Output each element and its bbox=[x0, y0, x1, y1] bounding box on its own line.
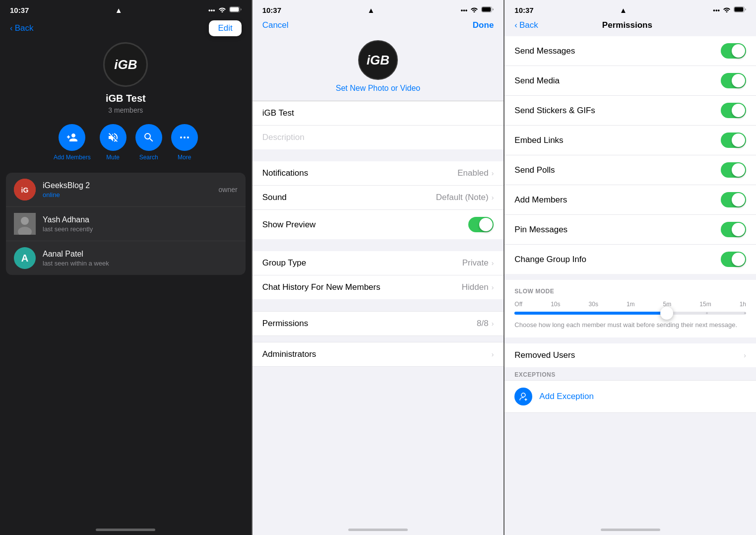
slow-mode-slider[interactable] bbox=[514, 312, 746, 315]
add-exception-row[interactable]: Add Exception bbox=[504, 380, 756, 413]
spacer-2b bbox=[252, 245, 504, 251]
tick-10s: 10s bbox=[551, 301, 560, 308]
group-type-row[interactable]: Group Type Private › bbox=[252, 251, 504, 275]
dot-4 bbox=[630, 312, 631, 314]
set-photo-button[interactable]: Set New Photo or Video bbox=[252, 80, 504, 101]
notifications-row[interactable]: Notifications Enabled › bbox=[252, 161, 504, 186]
permissions-list: Send Messages ✓ Send Media ✓ Send Sticke… bbox=[504, 36, 756, 274]
chevron-removed: › bbox=[744, 351, 746, 359]
chevron-left-icon-3: ‹ bbox=[514, 20, 517, 30]
edit-button[interactable]: Edit bbox=[209, 20, 241, 36]
thumb-send-stickers bbox=[732, 104, 745, 117]
description-field[interactable]: Description bbox=[252, 126, 504, 149]
add-members-label: Add Members bbox=[54, 154, 91, 161]
thumb-send-polls bbox=[732, 163, 745, 177]
group-avatar-text-2: iGB bbox=[367, 53, 389, 68]
perm-send-messages[interactable]: Send Messages ✓ bbox=[504, 36, 756, 66]
perm-label-send-media: Send Media bbox=[514, 76, 560, 86]
back-button-1[interactable]: ‹ Back bbox=[10, 23, 33, 33]
done-button[interactable]: Done bbox=[473, 20, 494, 30]
toggle-pin-messages[interactable]: ✓ bbox=[721, 222, 746, 237]
perm-embed-links[interactable]: Embed Links ✓ bbox=[504, 126, 756, 155]
perm-add-members[interactable]: Add Members ✓ bbox=[504, 185, 756, 215]
toggle-send-polls[interactable]: ✓ bbox=[721, 162, 746, 178]
search-action[interactable]: Search bbox=[135, 124, 162, 161]
toggle-send-stickers[interactable]: ✓ bbox=[721, 103, 746, 118]
member-item-2[interactable]: Yash Adhana last seen recently bbox=[6, 207, 246, 241]
chat-history-value: Hidden › bbox=[462, 282, 494, 292]
member-item-1[interactable]: iG iGeeksBlog 2 online owner bbox=[6, 173, 246, 207]
chevron-left-icon-1: ‹ bbox=[10, 23, 13, 33]
member-item-3[interactable]: A Aanal Patel last seen within a week bbox=[6, 241, 246, 275]
toggle-send-media[interactable]: ✓ bbox=[721, 73, 746, 88]
group-name-field[interactable]: iGB Test bbox=[252, 101, 504, 126]
add-members-action[interactable]: Add Members bbox=[54, 124, 91, 161]
chat-history-row[interactable]: Chat History For New Members Hidden › bbox=[252, 275, 504, 299]
thumb-add-members bbox=[732, 193, 745, 206]
avatar-member-1: iG bbox=[14, 179, 36, 201]
perm-send-stickers[interactable]: Send Stickers & GIFs ✓ bbox=[504, 96, 756, 126]
signal-icon-1: ••• bbox=[208, 6, 215, 14]
owner-badge: owner bbox=[219, 186, 238, 194]
svg-rect-11 bbox=[482, 7, 491, 12]
perm-label-change-group-info: Change Group Info bbox=[514, 255, 586, 265]
administrators-row[interactable]: Administrators › bbox=[252, 342, 504, 366]
slider-thumb[interactable] bbox=[660, 307, 673, 320]
permissions-row[interactable]: Permissions 8/8 › bbox=[252, 312, 504, 335]
chevron-permissions: › bbox=[492, 320, 494, 328]
location-icon-2: ▲ bbox=[367, 6, 375, 14]
member-info-2: Yash Adhana last seen recently bbox=[43, 215, 238, 233]
wifi-icon-2 bbox=[470, 6, 478, 14]
perm-send-polls[interactable]: Send Polls ✓ bbox=[504, 155, 756, 185]
cancel-button[interactable]: Cancel bbox=[262, 20, 289, 30]
slow-mode-description: Choose how long each member must wait be… bbox=[514, 321, 746, 330]
check-embed-links: ✓ bbox=[737, 137, 742, 144]
administrators-section: Administrators › bbox=[252, 342, 504, 367]
slow-mode-ticks: Off 10s 30s 1m 5m 15m 1h bbox=[514, 301, 746, 308]
perm-label-pin-messages: Pin Messages bbox=[514, 225, 567, 235]
toggle-embed-links[interactable]: ✓ bbox=[721, 133, 746, 148]
member-status-1: online bbox=[43, 191, 219, 199]
sound-value: Default (Note) › bbox=[436, 193, 494, 202]
chevron-group-type: › bbox=[492, 259, 494, 267]
sound-row[interactable]: Sound Default (Note) › bbox=[252, 186, 504, 210]
wifi-icon-1 bbox=[218, 6, 226, 14]
perm-label-send-messages: Send Messages bbox=[514, 46, 575, 56]
administrators-value: › bbox=[492, 350, 494, 358]
svg-point-8 bbox=[21, 217, 29, 225]
nav-3: ‹ Back Permissions bbox=[504, 16, 756, 36]
svg-rect-1 bbox=[230, 7, 239, 12]
show-preview-label: Show Preview bbox=[262, 220, 316, 230]
sound-label: Sound bbox=[262, 193, 287, 202]
perm-label-send-stickers: Send Stickers & GIFs bbox=[514, 106, 595, 116]
home-indicator-2 bbox=[348, 529, 408, 531]
toggle-add-members[interactable]: ✓ bbox=[721, 192, 746, 207]
removed-users-row[interactable]: Removed Users › bbox=[504, 343, 756, 367]
add-exception-label[interactable]: Add Exception bbox=[539, 392, 594, 401]
check-add-members: ✓ bbox=[737, 197, 742, 203]
member-status-3: last seen within a week bbox=[43, 260, 238, 267]
time-2: 10:37 bbox=[262, 6, 281, 14]
avatar-member-2 bbox=[14, 213, 36, 235]
member-info-3: Aanal Patel last seen within a week bbox=[43, 250, 238, 267]
thumb-pin-messages bbox=[732, 223, 745, 236]
toggle-send-messages[interactable]: ✓ bbox=[721, 43, 746, 59]
thumb-embed-links bbox=[732, 134, 745, 147]
perm-pin-messages[interactable]: Pin Messages ✓ bbox=[504, 215, 756, 245]
mute-action[interactable]: Mute bbox=[100, 124, 126, 161]
notifications-section: Notifications Enabled › Sound Default (N… bbox=[252, 161, 504, 239]
exceptions-header: EXCEPTIONS bbox=[504, 367, 756, 380]
permissions-title: Permissions bbox=[538, 20, 716, 30]
mute-icon-circle bbox=[100, 124, 126, 151]
chevron-administrators: › bbox=[492, 350, 494, 358]
perm-label-add-members: Add Members bbox=[514, 195, 567, 205]
perm-change-group-info[interactable]: Change Group Info ✓ bbox=[504, 245, 756, 274]
show-preview-toggle[interactable] bbox=[468, 217, 494, 232]
more-action[interactable]: More bbox=[171, 124, 198, 161]
show-preview-row[interactable]: Show Preview bbox=[252, 210, 504, 239]
action-buttons: Add Members Mute Search bbox=[0, 124, 252, 161]
back-button-3[interactable]: ‹ Back bbox=[514, 20, 538, 30]
toggle-change-group-info[interactable]: ✓ bbox=[721, 252, 746, 267]
perm-send-media[interactable]: Send Media ✓ bbox=[504, 66, 756, 96]
svg-text:iG: iG bbox=[21, 186, 29, 194]
